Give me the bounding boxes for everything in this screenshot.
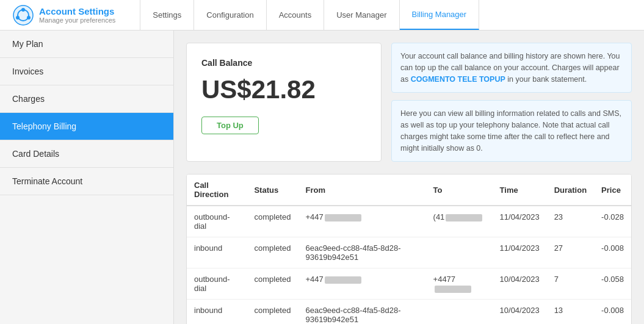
logo-text: Account Settings Manage your preferences xyxy=(39,6,115,24)
cell-from: 6eac9eed-cc88-4fa5-8d28-93619b942e51 xyxy=(298,300,425,324)
cell-call-direction: outbound-dial xyxy=(187,268,247,300)
cell-call-direction: inbound xyxy=(187,300,247,324)
cell-from: +447 xyxy=(298,268,425,300)
billing-table: Call DirectionStatusFromToTimeDurationPr… xyxy=(187,175,631,324)
svg-point-3 xyxy=(16,16,20,20)
sidebar-item-terminate-account[interactable]: Terminate Account xyxy=(0,168,173,195)
logo-icon xyxy=(12,4,34,26)
header-nav: SettingsConfigurationAccountsUser Manage… xyxy=(140,0,632,30)
info-box-1-text-after: in your bank statement. xyxy=(505,75,587,84)
col-header-time: Time xyxy=(493,175,547,206)
cell-time: 10/04/2023 xyxy=(493,268,547,300)
table-row: outbound-dialcompleted+447+447710/04/202… xyxy=(187,268,631,300)
main-content: Call Balance US$21.82 Top Up Your accoun… xyxy=(174,31,644,324)
info-boxes: Your account call balance and billing hi… xyxy=(391,43,632,162)
table-container: Call DirectionStatusFromToTimeDurationPr… xyxy=(186,174,632,324)
sidebar-item-telephony-billing[interactable]: Telephony Billing xyxy=(0,113,173,140)
table-row: inboundcompleted6eac9eed-cc88-4fa5-8d28-… xyxy=(187,237,631,268)
cell-time: 10/04/2023 xyxy=(493,300,547,324)
sidebar-item-invoices[interactable]: Invoices xyxy=(0,58,173,85)
cell-from: 6eac9eed-cc88-4fa5-8d28-93619b942e51 xyxy=(298,237,425,268)
balance-card-title: Call Balance xyxy=(201,58,366,68)
cell-time: 11/04/2023 xyxy=(493,206,547,237)
top-section: Call Balance US$21.82 Top Up Your accoun… xyxy=(186,43,632,162)
sidebar-item-card-details[interactable]: Card Details xyxy=(0,140,173,168)
table-row: inboundcompleted6eac9eed-cc88-4fa5-8d28-… xyxy=(187,300,631,324)
nav-item-settings[interactable]: Settings xyxy=(140,0,194,30)
cell-to xyxy=(426,237,493,268)
nav-item-configuration[interactable]: Configuration xyxy=(194,0,266,30)
col-header-to: To xyxy=(426,175,493,206)
nav-item-accounts[interactable]: Accounts xyxy=(267,0,324,30)
cell-to: (41 xyxy=(426,206,493,237)
table-body: outbound-dialcompleted+447(4111/04/20232… xyxy=(187,206,631,324)
topup-button[interactable]: Top Up xyxy=(201,117,259,134)
info-box-1: Your account call balance and billing hi… xyxy=(391,43,632,93)
header: Account Settings Manage your preferences… xyxy=(0,0,644,31)
nav-item-user-manager[interactable]: User Manager xyxy=(324,0,399,30)
cell-status: completed xyxy=(247,206,298,237)
table-header: Call DirectionStatusFromToTimeDurationPr… xyxy=(187,175,631,206)
col-header-price: Price xyxy=(594,175,631,206)
cell-from: +447 xyxy=(298,206,425,237)
cell-duration: 7 xyxy=(547,268,594,300)
cell-status: completed xyxy=(247,237,298,268)
cell-status: completed xyxy=(247,300,298,324)
layout: My PlanInvoicesChargesTelephony BillingC… xyxy=(0,31,644,324)
cell-duration: 23 xyxy=(547,206,594,237)
table-row: outbound-dialcompleted+447(4111/04/20232… xyxy=(187,206,631,237)
col-header-call_direction: Call Direction xyxy=(187,175,247,206)
col-header-status: Status xyxy=(247,175,298,206)
cell-time: 11/04/2023 xyxy=(493,237,547,268)
logo-subtitle: Manage your preferences xyxy=(39,16,115,24)
sidebar: My PlanInvoicesChargesTelephony BillingC… xyxy=(0,31,174,324)
cell-to xyxy=(426,300,493,324)
cell-call-direction: inbound xyxy=(187,237,247,268)
cell-duration: 27 xyxy=(547,237,594,268)
col-header-from: From xyxy=(298,175,425,206)
svg-point-4 xyxy=(27,16,31,20)
col-header-duration: Duration xyxy=(547,175,594,206)
sidebar-item-charges[interactable]: Charges xyxy=(0,85,173,113)
cell-price: -0.058 xyxy=(594,268,631,300)
cell-call-direction: outbound-dial xyxy=(187,206,247,237)
cell-duration: 13 xyxy=(547,300,594,324)
cell-price: -0.008 xyxy=(594,237,631,268)
cell-status: completed xyxy=(247,268,298,300)
cell-to: +4477 xyxy=(426,268,493,300)
info-box-1-highlight: COGMENTO TELE TOPUP xyxy=(411,75,505,84)
sidebar-item-my-plan[interactable]: My Plan xyxy=(0,31,173,58)
balance-card: Call Balance US$21.82 Top Up xyxy=(186,43,382,162)
logo: Account Settings Manage your preferences xyxy=(12,4,115,26)
cell-price: -0.008 xyxy=(594,300,631,324)
balance-amount: US$21.82 xyxy=(201,75,366,104)
nav-item-billing-manager[interactable]: Billing Manager xyxy=(400,0,480,30)
info-box-2: Here you can view all billing informatio… xyxy=(391,100,632,162)
table-header-row: Call DirectionStatusFromToTimeDurationPr… xyxy=(187,175,631,206)
logo-title: Account Settings xyxy=(39,6,115,16)
svg-point-2 xyxy=(21,8,25,12)
cell-price: -0.028 xyxy=(594,206,631,237)
